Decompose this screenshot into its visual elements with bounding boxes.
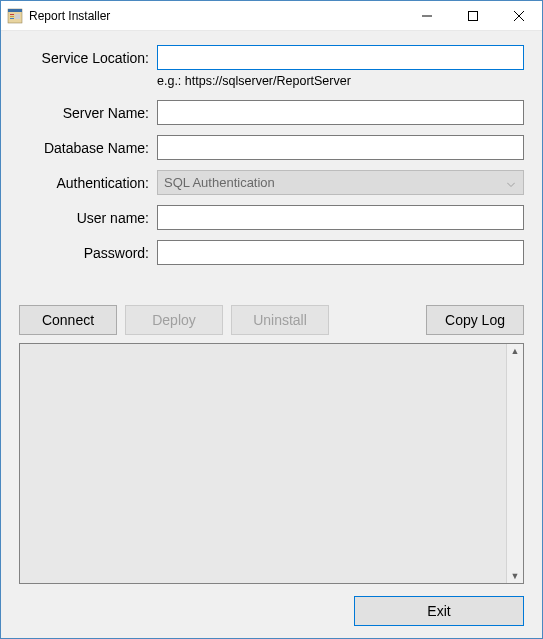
footer-row: Exit [19,596,524,626]
user-name-row: User name: [19,205,524,230]
copy-log-button[interactable]: Copy Log [426,305,524,335]
content-area: Service Location: e.g.: https://sqlserve… [1,31,542,638]
authentication-row: Authentication: SQL Authentication [19,170,524,195]
authentication-select[interactable]: SQL Authentication [157,170,524,195]
server-name-input[interactable] [157,100,524,125]
service-location-input[interactable] [157,45,524,70]
service-location-label: Service Location: [19,50,157,66]
app-icon [7,8,23,24]
window-title: Report Installer [29,9,404,23]
maximize-button[interactable] [450,1,496,30]
database-name-label: Database Name: [19,140,157,156]
action-button-row: Connect Deploy Uninstall Copy Log [19,305,524,335]
user-name-label: User name: [19,210,157,226]
svg-rect-3 [10,16,14,17]
window-controls [404,1,542,30]
connect-button[interactable]: Connect [19,305,117,335]
authentication-label: Authentication: [19,175,157,191]
titlebar: Report Installer [1,1,542,31]
service-location-hint-row: e.g.: https://sqlserver/ReportServer [19,72,524,88]
service-location-hint: e.g.: https://sqlserver/ReportServer [157,72,351,88]
service-location-row: Service Location: [19,45,524,70]
database-name-row: Database Name: [19,135,524,160]
svg-rect-7 [469,11,478,20]
server-name-label: Server Name: [19,105,157,121]
database-name-input[interactable] [157,135,524,160]
scroll-down-icon: ▼ [511,571,520,581]
password-row: Password: [19,240,524,265]
close-button[interactable] [496,1,542,30]
chevron-down-icon [507,175,515,190]
window: Report Installer Service Location: e.g.:… [0,0,543,639]
user-name-input[interactable] [157,205,524,230]
log-textarea[interactable]: ▲ ▼ [19,343,524,584]
scroll-up-icon: ▲ [511,346,520,356]
exit-button[interactable]: Exit [354,596,524,626]
password-input[interactable] [157,240,524,265]
scrollbar[interactable]: ▲ ▼ [506,344,523,583]
minimize-button[interactable] [404,1,450,30]
server-name-row: Server Name: [19,100,524,125]
svg-rect-4 [10,18,14,19]
deploy-button[interactable]: Deploy [125,305,223,335]
uninstall-button[interactable]: Uninstall [231,305,329,335]
svg-rect-5 [15,14,20,19]
password-label: Password: [19,245,157,261]
authentication-value: SQL Authentication [164,175,275,190]
svg-rect-2 [10,14,14,15]
svg-rect-1 [8,9,22,12]
